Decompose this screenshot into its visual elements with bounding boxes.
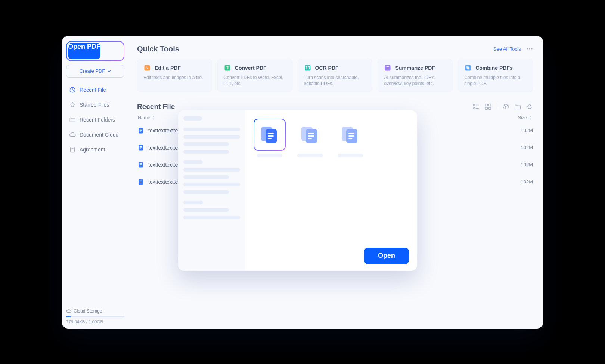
- tool-title: Convert PDF: [235, 65, 267, 71]
- see-all-tools-link[interactable]: See All Tools: [493, 46, 521, 52]
- svg-rect-50: [348, 138, 352, 139]
- folder-icon: [69, 116, 76, 123]
- refresh-icon[interactable]: [526, 103, 533, 110]
- file-name: texttexttexttext: [148, 162, 182, 168]
- tool-icon: [143, 64, 151, 72]
- svg-rect-1: [71, 147, 75, 152]
- file-size: 102M: [521, 128, 533, 133]
- dialog-open-button-label: Open: [378, 252, 395, 259]
- svg-rect-33: [140, 181, 142, 181]
- tool-card-edit-a-pdf[interactable]: Edit a PDF Edit texts and images in a fi…: [137, 59, 212, 92]
- svg-rect-19: [489, 107, 491, 109]
- tool-icon: [304, 64, 311, 72]
- tool-title: Summarize PDF: [395, 65, 435, 71]
- cloud-storage-bar: [66, 316, 124, 317]
- svg-rect-13: [474, 108, 475, 109]
- tool-card-summarize-pdf[interactable]: Summarize PDF AI summarizes the PDF's ov…: [378, 59, 453, 92]
- svg-rect-38: [268, 133, 274, 134]
- pdf-file-icon: [137, 144, 145, 151]
- create-pdf-button-label: Create PDF: [80, 68, 105, 74]
- sidebar-item-label: Document Cloud: [80, 132, 118, 138]
- tool-card-ocr-pdf[interactable]: OCR PDF Turn scans into searchable, edit…: [298, 59, 373, 92]
- tool-title: Combine PDFs: [475, 65, 513, 71]
- sort-icon: [152, 116, 155, 120]
- svg-rect-22: [140, 130, 142, 131]
- tool-desc: AI summarizes the PDF's overview, key po…: [384, 75, 446, 87]
- pdf-file-icon: [137, 178, 145, 186]
- tool-icon: [464, 64, 472, 72]
- tool-desc: Convert PDFs to Word, Excel, PPT, etc.: [224, 75, 286, 87]
- svg-rect-30: [140, 164, 142, 165]
- column-name[interactable]: Name: [138, 115, 150, 120]
- file-size: 102M: [521, 145, 533, 150]
- svg-rect-25: [140, 146, 142, 147]
- open-pdf-highlight: Open PDF: [66, 41, 124, 61]
- svg-rect-11: [468, 67, 470, 69]
- recent-file-title: Recent File: [137, 103, 175, 111]
- file-thumbnail[interactable]: [294, 119, 326, 157]
- thumbnail-label-placeholder: [338, 154, 363, 157]
- open-file-dialog: Open: [178, 110, 417, 271]
- grid-view-icon[interactable]: [485, 103, 491, 110]
- file-thumbnail[interactable]: [334, 119, 366, 157]
- tool-icon: [224, 64, 231, 72]
- svg-point-2: [527, 48, 528, 49]
- svg-point-3: [529, 48, 530, 49]
- svg-rect-12: [474, 104, 475, 106]
- svg-rect-23: [140, 131, 141, 132]
- svg-rect-48: [348, 133, 354, 134]
- thumbnail-frame: [294, 119, 326, 151]
- svg-rect-44: [308, 135, 314, 136]
- sidebar-item-label: Recent File: [80, 87, 106, 93]
- app-window: Open PDF Create PDF Recent File Starred …: [62, 36, 543, 329]
- file-name: texttexttexttext: [148, 145, 182, 151]
- file-size: 102M: [521, 162, 533, 167]
- tool-card-combine-pdfs[interactable]: Combine PDFs Combine multiple files into…: [458, 59, 533, 92]
- tool-card-convert-pdf[interactable]: Convert PDF Convert PDFs to Word, Excel,…: [217, 59, 292, 92]
- upload-cloud-icon[interactable]: [502, 103, 509, 110]
- thumbnail-label-placeholder: [297, 154, 323, 157]
- thumbnail-frame: [334, 119, 366, 151]
- svg-rect-35: [140, 183, 141, 183]
- sidebar-item-recent-folders[interactable]: Recent Folders: [66, 113, 124, 127]
- open-pdf-button[interactable]: Open PDF: [68, 43, 100, 59]
- create-pdf-button[interactable]: Create PDF: [66, 65, 124, 78]
- sidebar-item-label: Starred Files: [80, 102, 109, 108]
- sidebar-item-document-cloud[interactable]: Document Cloud: [66, 128, 124, 142]
- cloud-storage-usage: 779.04KB / 1.00GB: [66, 320, 124, 324]
- cloud-icon: [69, 131, 76, 138]
- svg-point-4: [531, 48, 532, 49]
- cloud-storage-widget: Cloud Storage 779.04KB / 1.00GB: [66, 308, 124, 324]
- separator: [497, 104, 497, 110]
- column-size[interactable]: Size: [518, 115, 527, 120]
- pdf-file-icon: [137, 161, 145, 169]
- sidebar-item-starred-files[interactable]: Starred Files: [66, 98, 124, 112]
- svg-rect-26: [140, 147, 142, 148]
- svg-rect-29: [140, 163, 142, 164]
- open-dialog-sidebar: [178, 110, 245, 271]
- dialog-open-button[interactable]: Open: [364, 248, 409, 264]
- svg-rect-7: [305, 65, 310, 70]
- more-menu-button[interactable]: [526, 46, 533, 52]
- cloud-storage-title: Cloud Storage: [74, 308, 102, 314]
- sidebar-item-label: Recent Folders: [80, 117, 115, 123]
- file-thumbnail[interactable]: [254, 119, 286, 157]
- svg-rect-18: [485, 107, 487, 109]
- svg-rect-31: [140, 166, 141, 166]
- svg-rect-45: [308, 138, 312, 139]
- svg-rect-27: [140, 148, 141, 149]
- tool-desc: Turn scans into searchable, editable PDF…: [304, 75, 366, 87]
- sidebar: Open PDF Create PDF Recent File Starred …: [62, 36, 129, 329]
- sidebar-item-agreement[interactable]: Agreement: [66, 142, 124, 157]
- tool-title: OCR PDF: [315, 65, 339, 71]
- star-icon: [69, 101, 76, 108]
- file-size: 102M: [521, 179, 533, 185]
- tool-desc: Combine multiple files into a single PDF…: [464, 75, 527, 87]
- sidebar-item-recent-file[interactable]: Recent File: [66, 83, 124, 97]
- svg-rect-39: [268, 135, 274, 136]
- list-view-icon[interactable]: [473, 103, 480, 110]
- thumbnail-frame: [254, 119, 286, 151]
- agreement-icon: [69, 146, 76, 153]
- svg-rect-21: [140, 129, 142, 129]
- open-folder-icon[interactable]: [514, 103, 521, 110]
